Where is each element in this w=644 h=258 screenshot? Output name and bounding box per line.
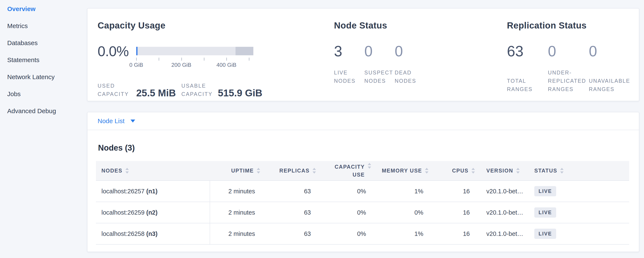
column-header-memory-use[interactable]: MEMORY USE xyxy=(371,161,428,181)
nodes-section-title: Nodes (3) xyxy=(96,143,629,153)
node-address: localhost:26258 xyxy=(102,230,144,237)
version-cell: v20.1.0-bet… xyxy=(475,202,529,223)
column-header-capacity-use[interactable]: CAPACITY USE xyxy=(316,161,371,181)
sort-icon xyxy=(516,168,520,174)
node-list-dropdown-label: Node List xyxy=(98,117,124,125)
node-list-dropdown[interactable]: Node List xyxy=(98,117,135,125)
node-address: localhost:26257 xyxy=(102,188,144,195)
sort-icon xyxy=(312,168,316,174)
node-list-card: Node List Nodes (3) NODES xyxy=(87,112,639,252)
axis-tick xyxy=(136,58,137,61)
cpus-cell: 16 xyxy=(428,223,475,244)
version-cell: v20.1.0-bet… xyxy=(475,223,529,244)
cpus-cell: 16 xyxy=(428,181,475,202)
status-badge: LIVE xyxy=(534,186,556,196)
node-id: (n2) xyxy=(146,209,158,216)
capacity-summary: USED CAPACITY 25.5 MiB USABLE CAPACITY 5… xyxy=(98,82,334,99)
sidebar-item-metrics[interactable]: Metrics xyxy=(7,18,87,35)
memory-use-cell: 1% xyxy=(371,223,428,244)
capacity-bar-reserved xyxy=(236,47,253,55)
uptime-cell: 2 minutes xyxy=(210,202,260,223)
replication-status-title: Replication Status xyxy=(507,21,639,31)
column-header-version[interactable]: VERSION xyxy=(475,161,529,181)
status-badge: LIVE xyxy=(534,207,556,218)
sort-icon xyxy=(257,168,260,174)
capacity-bar-used-segment xyxy=(136,47,138,55)
axis-tick xyxy=(204,58,204,61)
axis-tick xyxy=(182,58,182,61)
column-label: CPUS xyxy=(452,168,468,174)
capacity-axis-ticks xyxy=(136,57,253,61)
usable-capacity-value: 515.9 GiB xyxy=(218,87,262,99)
column-label: REPLICAS xyxy=(280,168,310,174)
column-header-status[interactable]: STATUS xyxy=(529,161,629,181)
table-row: localhost:26259 (n2) 2 minutes 63 0% 0% … xyxy=(96,202,629,223)
sidebar-item-network-latency[interactable]: Network Latency xyxy=(7,68,87,85)
column-label: VERSION xyxy=(486,168,513,174)
sidebar-item-statements[interactable]: Statements xyxy=(7,51,87,68)
column-header-uptime[interactable]: UPTIME xyxy=(210,161,260,181)
sort-icon xyxy=(425,168,428,174)
table-row: localhost:26258 (n3) 2 minutes 63 0% 1% … xyxy=(96,223,629,244)
column-label: NODES xyxy=(102,168,122,174)
axis-tick xyxy=(159,58,159,61)
dead-nodes-value: 0 xyxy=(395,44,425,59)
axis-tick-label: 0 GiB xyxy=(129,62,143,68)
under-replicated-ranges-value: 0 xyxy=(548,44,589,59)
column-header-cpus[interactable]: CPUS xyxy=(428,161,475,181)
live-nodes-label: LIVE NODES xyxy=(334,68,364,85)
sidebar-item-databases[interactable]: Databases xyxy=(7,35,87,51)
usable-capacity-label: USABLE CAPACITY xyxy=(182,82,218,99)
suspect-nodes-value: 0 xyxy=(364,44,395,59)
cpus-cell: 16 xyxy=(428,202,475,223)
replicas-cell: 63 xyxy=(260,202,316,223)
main-content: Capacity Usage 0.0% xyxy=(87,0,644,258)
column-label: CAPACITY USE xyxy=(331,163,365,178)
node-address-cell[interactable]: localhost:26259 (n2) xyxy=(96,202,210,223)
nodes-table: NODES UPTIME REPLICAS xyxy=(96,161,629,245)
capacity-use-cell: 0% xyxy=(316,223,371,244)
chevron-down-icon xyxy=(130,119,135,122)
total-ranges-label: TOTAL RANGES xyxy=(507,77,548,93)
node-id: (n3) xyxy=(146,230,158,237)
sort-icon xyxy=(368,163,371,169)
used-capacity-label: USED CAPACITY xyxy=(98,82,136,99)
node-id: (n1) xyxy=(146,188,158,195)
replication-status-values: 63 0 0 xyxy=(507,44,639,59)
capacity-use-cell: 0% xyxy=(316,181,371,202)
cluster-overview-card: Capacity Usage 0.0% xyxy=(87,8,639,101)
node-status-section: Node Status 3 0 0 LIVE NODES SUSPECT NOD… xyxy=(334,9,507,101)
sort-icon xyxy=(560,168,564,174)
capacity-usage-section: Capacity Usage 0.0% xyxy=(88,9,334,101)
uptime-cell: 2 minutes xyxy=(210,223,260,244)
sidebar-item-advanced-debug[interactable]: Advanced Debug xyxy=(7,102,87,119)
node-status-values: 3 0 0 xyxy=(334,44,507,59)
column-header-replicas[interactable]: REPLICAS xyxy=(260,161,316,181)
status-cell: LIVE xyxy=(529,181,629,202)
sidebar-item-overview[interactable]: Overview xyxy=(7,1,87,18)
axis-tick xyxy=(249,58,249,61)
capacity-usage-title: Capacity Usage xyxy=(98,21,334,31)
node-address: localhost:26259 xyxy=(102,209,144,216)
column-header-nodes[interactable]: NODES xyxy=(96,161,210,181)
replicas-cell: 63 xyxy=(260,181,316,202)
sidebar: Overview Metrics Databases Statements Ne… xyxy=(0,0,87,258)
status-badge: LIVE xyxy=(534,229,556,239)
axis-tick-label: 400 GiB xyxy=(216,62,236,68)
replication-status-section: Replication Status 63 0 0 TOTAL RANGES U… xyxy=(507,9,639,101)
node-address-cell[interactable]: localhost:26257 (n1) xyxy=(96,181,210,202)
sidebar-item-jobs[interactable]: Jobs xyxy=(7,85,87,102)
used-capacity-value: 25.5 MiB xyxy=(136,87,176,99)
nodes-table-header: NODES UPTIME REPLICAS xyxy=(96,161,629,181)
nodes-section: Nodes (3) NODES xyxy=(88,130,639,245)
column-label: MEMORY USE xyxy=(382,168,422,174)
sort-icon xyxy=(126,168,129,174)
replication-status-labels: TOTAL RANGES UNDER-REPLICATED RANGES UNA… xyxy=(507,68,639,93)
under-replicated-ranges-label: UNDER-REPLICATED RANGES xyxy=(548,68,589,93)
axis-tick-label: 200 GiB xyxy=(172,62,192,68)
node-status-title: Node Status xyxy=(334,21,507,31)
total-ranges-value: 63 xyxy=(507,44,548,59)
node-address-cell[interactable]: localhost:26258 (n3) xyxy=(96,223,210,244)
column-label: STATUS xyxy=(534,168,557,174)
sort-icon xyxy=(472,168,475,174)
